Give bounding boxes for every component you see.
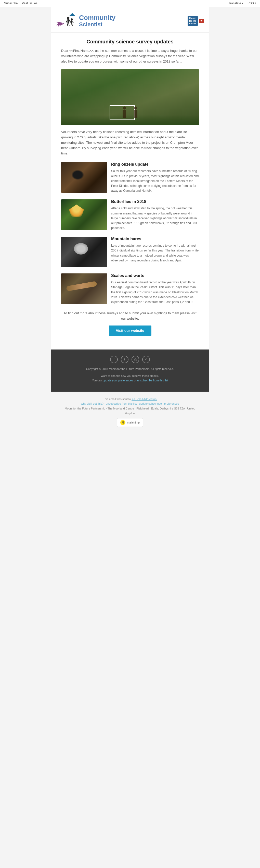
badge-star: ★: [199, 19, 204, 23]
svg-line-9: [69, 20, 70, 23]
svg-line-2: [57, 24, 59, 26]
ring-ouzels-content: Ring ouzels update So far this year our …: [111, 162, 199, 193]
email-body: Community science survey updates Dear <<…: [51, 33, 209, 349]
ring-ouzels-text: So far this year our recorders have subm…: [111, 169, 199, 193]
figure-head-2: [134, 106, 137, 110]
email-header: Community Scientist Moors for the Future…: [51, 7, 209, 33]
logo-scientist-text: Scientist: [79, 21, 103, 28]
logo-svg: [56, 12, 76, 30]
logo-area: Community Scientist Moors for the Future…: [56, 12, 204, 30]
subscribe-link[interactable]: Subscribe: [4, 2, 17, 5]
ring-ouzels-title: Ring ouzels update: [111, 162, 199, 167]
facebook-icon[interactable]: f: [110, 355, 118, 363]
scales-warts-content: Scales and warts Our earliest common liz…: [111, 273, 199, 305]
badge-moors: Moors for the Future: [188, 16, 198, 26]
unsubscribe-link[interactable]: unsubscribe from this list: [137, 379, 168, 382]
footer-copyright: Copyright © 2018 Moors for the Future Pa…: [61, 367, 199, 371]
section-mountain-hares: Mountain hares Lots of mountain hare rec…: [61, 237, 199, 267]
scales-warts-text: Our earliest common lizard record of the…: [111, 280, 199, 305]
top-nav-right: Translate ▾ RSS ℹ: [228, 2, 256, 5]
svg-line-15: [72, 21, 73, 23]
email-address-link[interactable]: <<E-mail Address>>: [132, 398, 157, 401]
hero-caption-text: Volunteers have very nearly finished rec…: [61, 129, 199, 156]
logo-text-area: Community Scientist: [79, 14, 115, 28]
top-nav-bar: Subscribe Past issues Translate ▾ RSS ℹ: [0, 0, 260, 7]
svg-line-10: [67, 23, 68, 26]
unsubscribe-below-link[interactable]: unsubscribe from this list: [106, 402, 137, 405]
instagram-icon[interactable]: ◎: [132, 355, 139, 363]
mailchimp-badge[interactable]: M mailchimp: [117, 418, 143, 427]
mailchimp-label: mailchimp: [127, 420, 140, 425]
mountain-hares-image: [61, 237, 107, 267]
butterflies-image: [61, 199, 107, 230]
butterflies-text: After a cold and slow start to the sprin…: [111, 206, 199, 230]
svg-point-6: [67, 17, 69, 19]
figure-head: [123, 106, 126, 110]
svg-line-5: [57, 22, 58, 23]
footer-pref-text: Want to change how you receive these ema…: [61, 374, 199, 383]
translate-link[interactable]: Translate ▾: [228, 2, 244, 5]
section-ring-ouzels: Ring ouzels update So far this year our …: [61, 162, 199, 193]
butterflies-title: Butterflies in 2018: [111, 199, 199, 204]
update-prefs-link[interactable]: update your preferences: [103, 379, 133, 382]
svg-line-4: [63, 23, 64, 24]
svg-line-8: [66, 20, 68, 23]
svg-line-17: [72, 24, 73, 26]
check-icon[interactable]: ✓: [142, 355, 150, 363]
butterflies-content: Butterflies in 2018 After a cold and slo…: [111, 199, 199, 230]
hare-img-placeholder: [61, 237, 107, 267]
figure-body: [123, 110, 126, 118]
scales-warts-title: Scales and warts: [111, 273, 199, 278]
sent-to-text: This email was sent to <<E-mail Address>…: [61, 397, 199, 402]
email-footer: f t ◎ ✓ Copyright © 2018 Moors for the F…: [51, 349, 209, 392]
section-butterflies: Butterflies in 2018 After a cold and slo…: [61, 199, 199, 230]
email-main-title: Community science survey updates: [61, 39, 199, 45]
figure-right: [134, 106, 137, 118]
past-issues-link[interactable]: Past issues: [22, 2, 37, 5]
why-link[interactable]: why did I get this?: [81, 402, 104, 405]
logo-badges: Moors for the Future ★: [188, 16, 204, 26]
twitter-icon[interactable]: t: [121, 355, 128, 363]
footer-social-icons: f t ◎ ✓: [61, 355, 199, 363]
cta-section: To find out more about these surveys and…: [61, 311, 199, 336]
pref-below-link[interactable]: update subscription preferences: [139, 402, 179, 405]
rss-link[interactable]: RSS ℹ: [248, 2, 256, 5]
mailchimp-icon: M: [120, 420, 125, 425]
scales-warts-image: [61, 273, 107, 304]
svg-line-16: [71, 24, 72, 26]
figure-body-2: [134, 110, 137, 118]
figure-left: [123, 106, 126, 118]
mountain-hares-title: Mountain hares: [111, 237, 199, 241]
why-text: why did I get this? · unsubscribe from t…: [61, 401, 199, 406]
top-nav-left: Subscribe Past issues: [4, 2, 37, 5]
email-intro-text: Dear <<First Name>>, as the summer comes…: [61, 48, 199, 64]
cta-text: To find out more about these surveys and…: [61, 311, 199, 321]
mountain-hares-content: Mountain hares Lots of mountain hare rec…: [111, 237, 199, 263]
svg-line-11: [69, 23, 69, 26]
svg-marker-18: [69, 13, 75, 16]
visit-website-button[interactable]: Visit our website: [109, 326, 151, 336]
mountain-hares-text: Lots of mountain hare records continue t…: [111, 243, 199, 263]
logo-community-text: Community: [79, 14, 115, 22]
butterfly-img-placeholder: [61, 199, 107, 230]
hero-figures: [123, 106, 137, 118]
svg-point-12: [71, 19, 73, 21]
email-wrapper: Community Scientist Moors for the Future…: [51, 7, 209, 392]
below-email-section: This email was sent to <<E-mail Address>…: [51, 392, 209, 432]
section-scales-warts: Scales and warts Our earliest common liz…: [61, 273, 199, 305]
lizard-img-placeholder: [61, 273, 107, 304]
org-info: Moors for the Future Partnership · The M…: [61, 406, 199, 415]
ring-ouzels-img-placeholder: [61, 162, 107, 193]
ring-ouzels-image: [61, 162, 107, 193]
hero-image: [61, 69, 199, 125]
svg-rect-13: [71, 21, 72, 24]
